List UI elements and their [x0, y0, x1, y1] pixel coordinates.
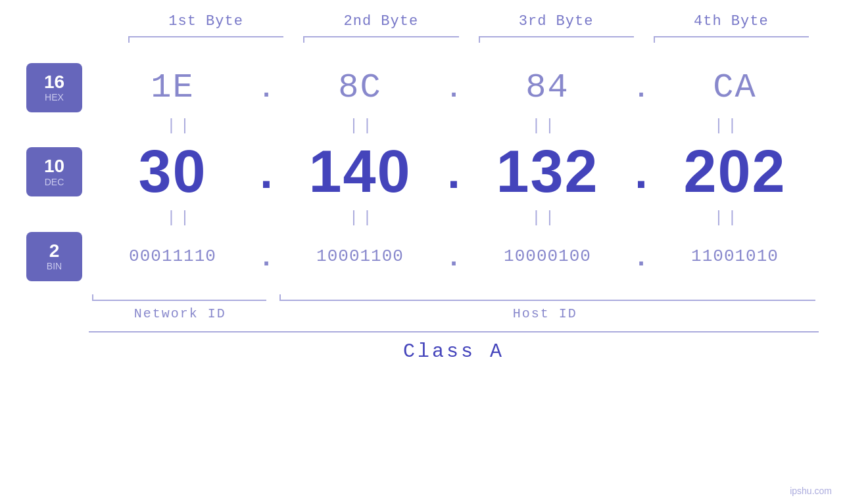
- bin-badge-number: 2: [49, 241, 60, 262]
- byte-headers: 1st Byte 2nd Byte 3rd Byte 4th Byte: [26, 13, 819, 30]
- dec-badge: 10 DEC: [26, 147, 82, 196]
- dec-byte4-value: 202: [683, 138, 786, 206]
- dec-byte2-cell: 140: [276, 138, 444, 206]
- equals-row-1: || || || ||: [26, 117, 819, 135]
- bin-byte3-value: 10000100: [504, 246, 591, 266]
- dec-values: 30 . 140 . 132 . 202: [89, 138, 819, 206]
- hex-byte3-cell: 84: [464, 68, 631, 107]
- eq2-b2: ||: [272, 209, 454, 227]
- hex-dot2: .: [444, 74, 464, 101]
- dec-badge-label: DEC: [45, 177, 64, 187]
- dec-row: 10 DEC 30 . 140 . 132 . 202: [26, 138, 819, 206]
- dec-badge-number: 10: [44, 156, 64, 177]
- bracket-byte4: [650, 36, 812, 48]
- eq2-b4: ||: [637, 209, 819, 227]
- equals-row-2: || || || ||: [26, 209, 819, 227]
- hex-byte2-cell: 8C: [276, 68, 444, 107]
- eq1-b3: ||: [454, 117, 637, 135]
- watermark: ipshu.com: [790, 486, 832, 496]
- hex-byte1-value: 1E: [151, 68, 194, 107]
- eq2-b3: ||: [454, 209, 637, 227]
- byte1-header: 1st Byte: [118, 13, 293, 30]
- hex-badge: 16 HEX: [26, 63, 82, 112]
- hex-byte4-cell: CA: [651, 68, 819, 107]
- dec-byte2-value: 140: [308, 138, 411, 206]
- eq1-b1: ||: [89, 117, 272, 135]
- network-id-label: Network ID: [89, 306, 272, 321]
- bin-values: 00011110 . 10001100 . 10000100 . 1100101…: [89, 243, 819, 269]
- class-label: Class A: [89, 340, 819, 363]
- hex-byte4-value: CA: [713, 68, 756, 107]
- dec-dot3: .: [631, 149, 651, 195]
- eq1-b4: ||: [637, 117, 819, 135]
- top-brackets: [26, 36, 819, 48]
- byte2-header: 2nd Byte: [293, 13, 468, 30]
- bin-byte2-cell: 10001100: [276, 246, 444, 266]
- dec-byte4-cell: 202: [651, 138, 819, 206]
- id-labels-row: Network ID Host ID: [26, 306, 819, 321]
- hex-dot3: .: [631, 74, 651, 101]
- host-id-bracket: [276, 289, 819, 301]
- eq1-b2: ||: [272, 117, 454, 135]
- bin-dot1: .: [256, 243, 276, 269]
- bin-byte1-cell: 00011110: [89, 246, 256, 266]
- hex-values: 1E . 8C . 84 . CA: [89, 68, 819, 107]
- host-id-label: Host ID: [272, 306, 819, 321]
- hex-byte1-cell: 1E: [89, 68, 256, 107]
- dec-byte3-cell: 132: [464, 138, 631, 206]
- hex-row: 16 HEX 1E . 8C . 84 . CA: [26, 61, 819, 114]
- class-row: Class A: [26, 331, 819, 363]
- bin-row: 2 BIN 00011110 . 10001100 . 10000100 . 1…: [26, 230, 819, 283]
- hex-byte3-value: 84: [525, 68, 569, 107]
- bin-dot2: .: [444, 243, 464, 269]
- bin-badge: 2 BIN: [26, 232, 82, 281]
- bin-byte2-value: 10001100: [316, 246, 404, 266]
- bin-byte4-value: 11001010: [691, 246, 779, 266]
- network-id-bracket: [89, 289, 270, 301]
- eq2-b1: ||: [89, 209, 272, 227]
- dec-dot2: .: [444, 149, 464, 195]
- bin-byte3-cell: 10000100: [464, 246, 631, 266]
- hex-badge-number: 16: [44, 72, 64, 93]
- main-container: 1st Byte 2nd Byte 3rd Byte 4th Byte 16 H…: [0, 0, 845, 504]
- bin-byte1-value: 00011110: [129, 246, 216, 266]
- byte4-header: 4th Byte: [644, 13, 819, 30]
- dec-byte1-value: 30: [138, 138, 206, 206]
- bracket-byte3: [475, 36, 637, 48]
- bin-badge-label: BIN: [47, 261, 62, 271]
- bin-dot3: .: [631, 243, 651, 269]
- class-bracket-line: [89, 331, 819, 332]
- hex-dot1: .: [256, 74, 276, 101]
- dec-byte1-cell: 30: [89, 138, 256, 206]
- bracket-byte1: [125, 36, 287, 48]
- bin-byte4-cell: 11001010: [651, 246, 819, 266]
- hex-byte2-value: 8C: [338, 68, 381, 107]
- hex-badge-label: HEX: [45, 92, 64, 103]
- dec-dot1: .: [256, 149, 276, 195]
- id-bracket-row: [26, 289, 819, 301]
- byte3-header: 3rd Byte: [469, 13, 644, 30]
- bracket-byte2: [300, 36, 462, 48]
- dec-byte3-value: 132: [496, 138, 598, 206]
